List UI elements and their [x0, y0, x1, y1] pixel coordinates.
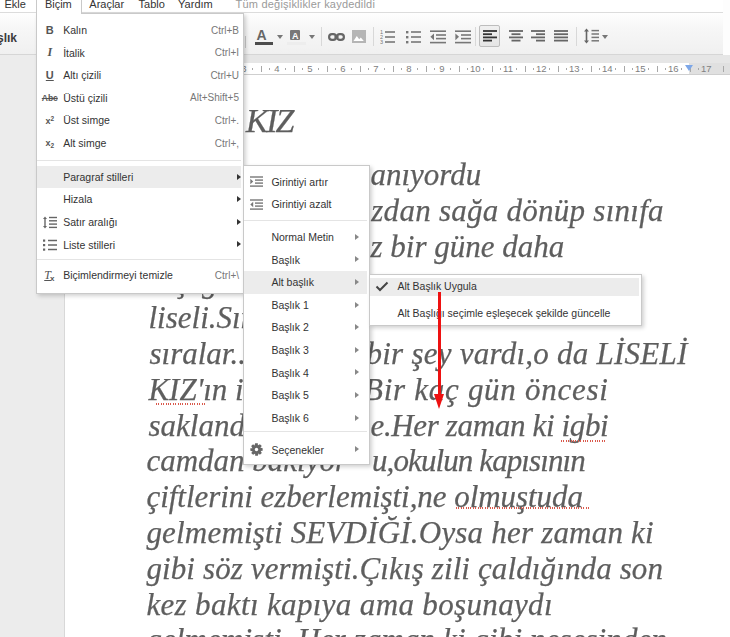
svg-text:3: 3	[380, 39, 383, 44]
